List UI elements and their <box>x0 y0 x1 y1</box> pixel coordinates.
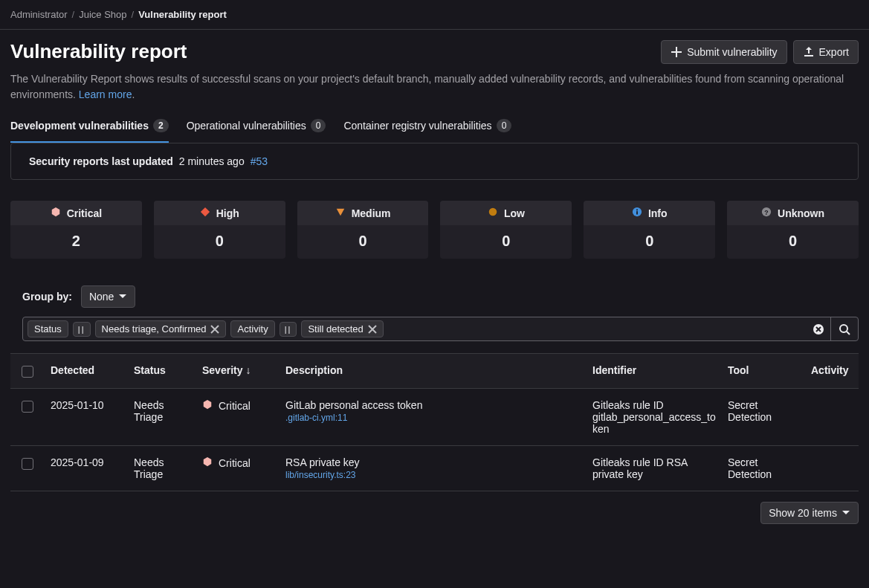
chevron-down-icon <box>118 292 127 301</box>
svg-text:?: ? <box>764 209 768 216</box>
severity-name: Medium <box>352 207 391 219</box>
description-text: GitLab personal access token <box>285 399 581 411</box>
filter-key-activity[interactable]: Activity <box>230 320 274 337</box>
plus-icon <box>671 46 682 58</box>
svg-marker-1 <box>201 207 210 216</box>
submit-vulnerability-button[interactable]: Submit vulnerability <box>661 40 786 64</box>
pipeline-link[interactable]: #53 <box>251 155 268 167</box>
tab-development[interactable]: Development vulnerabilities 2 <box>10 119 169 143</box>
svg-marker-2 <box>336 209 344 216</box>
svg-marker-11 <box>204 400 212 409</box>
severity-card-medium[interactable]: Medium 0 <box>297 201 429 259</box>
severity-name: Info <box>648 207 668 219</box>
page-title: Vulnerability report <box>10 40 187 63</box>
severity-name: High <box>216 207 239 219</box>
page-description: The Vulnerability Report shows results o… <box>10 71 859 103</box>
severity-card-low[interactable]: Low 0 <box>440 201 572 259</box>
severity-card-unknown[interactable]: ? Unknown 0 <box>727 201 859 259</box>
col-identifier[interactable]: Identifier <box>587 364 722 376</box>
severity-name: Critical <box>67 207 102 219</box>
export-button[interactable]: Export <box>793 40 859 64</box>
severity-name: Low <box>504 207 525 219</box>
severity-card-head: Info <box>584 201 715 225</box>
tab-label: Operational vulnerabilities <box>187 120 306 132</box>
export-icon <box>803 46 815 58</box>
chevron-down-icon <box>841 508 850 517</box>
severity-icon <box>51 207 61 219</box>
cell-severity: Critical <box>196 399 280 412</box>
cell-tool: Secret Detection <box>722 399 805 423</box>
cell-severity: Critical <box>196 456 280 469</box>
description-text: RSA private key <box>285 456 581 468</box>
severity-card-head: High <box>154 201 285 225</box>
svg-point-10 <box>840 325 847 332</box>
filter-value-activity[interactable]: Still detected <box>301 320 383 337</box>
breadcrumb-separator: / <box>72 9 75 20</box>
col-severity[interactable]: Severity ↓ <box>196 364 280 376</box>
severity-icon <box>488 207 498 219</box>
description-path[interactable]: lib/insecurity.ts:23 <box>285 470 581 480</box>
tab-count: 0 <box>497 119 512 132</box>
filter-chips: Status || Needs triage, Confirmed Activi… <box>23 317 807 340</box>
severity-count: 0 <box>440 225 572 259</box>
group-by-label: Group by: <box>22 291 72 303</box>
cell-description[interactable]: RSA private key lib/insecurity.ts:23 <box>280 456 587 480</box>
filter-key-status[interactable]: Status <box>28 320 68 337</box>
breadcrumb-item[interactable]: Juice Shop <box>79 9 126 20</box>
severity-count: 0 <box>727 225 859 259</box>
select-all-checkbox[interactable] <box>22 366 33 378</box>
severity-card-info[interactable]: Info 0 <box>584 201 715 259</box>
learn-more-link[interactable]: Learn more <box>79 88 132 100</box>
cell-detected: 2025-01-10 <box>45 399 128 411</box>
table-row: 2025-01-10 Needs Triage Critical GitLab … <box>10 389 859 446</box>
severity-card-head: Low <box>440 201 572 225</box>
close-icon[interactable] <box>368 325 377 334</box>
group-by-select[interactable]: None <box>81 285 135 308</box>
col-status[interactable]: Status <box>128 364 196 376</box>
description-path[interactable]: .gitlab-ci.yml:11 <box>285 413 581 423</box>
col-detected[interactable]: Detected <box>45 364 128 376</box>
cell-description[interactable]: GitLab personal access token .gitlab-ci.… <box>280 399 587 423</box>
last-updated-time: 2 minutes ago <box>179 155 245 167</box>
col-activity[interactable]: Activity <box>805 364 859 376</box>
severity-count: 0 <box>154 225 285 259</box>
severity-icon <box>632 207 642 219</box>
col-description[interactable]: Description <box>280 364 587 376</box>
tab-container-registry[interactable]: Container registry vulnerabilities 0 <box>343 119 511 143</box>
search-button[interactable] <box>830 317 858 340</box>
col-tool[interactable]: Tool <box>722 364 805 376</box>
severity-text: Critical <box>219 400 251 412</box>
breadcrumb-item[interactable]: Administrator <box>10 9 68 20</box>
breadcrumb: Administrator / Juice Shop / Vulnerabili… <box>0 0 869 30</box>
group-by-row: Group by: None <box>10 285 859 308</box>
severity-card-high[interactable]: High 0 <box>154 201 285 259</box>
filter-bar[interactable]: Status || Needs triage, Confirmed Activi… <box>22 317 859 341</box>
severity-name: Unknown <box>778 207 824 219</box>
breadcrumb-item-current: Vulnerability report <box>138 9 227 20</box>
cell-status: Needs Triage <box>128 399 196 423</box>
clear-filters-button[interactable] <box>807 317 830 340</box>
table-header: Detected Status Severity ↓ Description I… <box>10 353 859 389</box>
vulnerability-table: Detected Status Severity ↓ Description I… <box>10 353 859 491</box>
table-row: 2025-01-09 Needs Triage Critical RSA pri… <box>10 446 859 491</box>
close-icon[interactable] <box>210 325 219 334</box>
group-by-value: None <box>89 291 114 303</box>
severity-card-critical[interactable]: Critical 2 <box>10 201 142 259</box>
tab-count: 2 <box>153 119 169 132</box>
severity-icon <box>202 399 213 412</box>
severity-text: Critical <box>219 457 251 469</box>
filter-separator: || <box>73 322 91 337</box>
severity-card-head: Medium <box>297 201 429 225</box>
cell-identifier: Gitleaks rule ID gitlab_personal_access_… <box>587 399 722 435</box>
svg-point-3 <box>489 208 497 216</box>
filter-value-status[interactable]: Needs triage, Confirmed <box>95 320 227 337</box>
cell-status: Needs Triage <box>128 456 196 480</box>
tab-operational[interactable]: Operational vulnerabilities 0 <box>187 119 326 143</box>
row-checkbox[interactable] <box>22 458 33 470</box>
show-items-select[interactable]: Show 20 items <box>760 502 859 524</box>
export-label: Export <box>819 46 849 58</box>
last-updated-box: Security reports last updated 2 minutes … <box>10 143 859 180</box>
row-checkbox[interactable] <box>22 401 33 413</box>
tab-label: Container registry vulnerabilities <box>343 120 491 132</box>
last-updated-label: Security reports last updated <box>29 155 173 167</box>
